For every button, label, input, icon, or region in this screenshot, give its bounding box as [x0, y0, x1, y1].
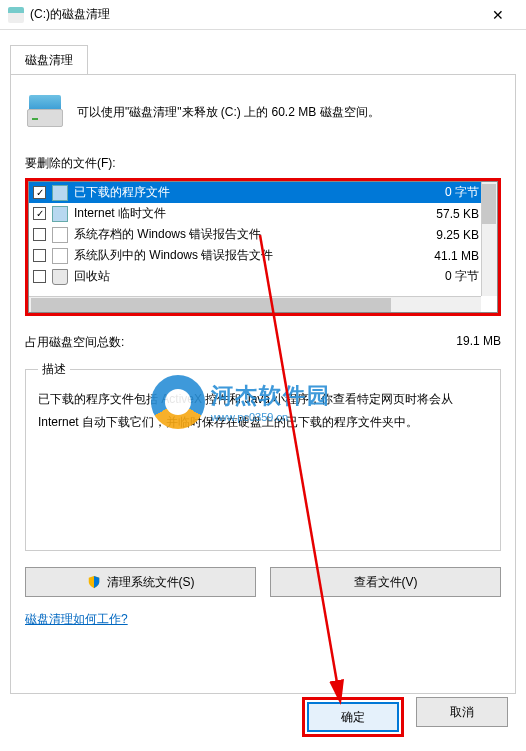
file-row[interactable]: 已下载的程序文件0 字节 [29, 182, 497, 203]
shield-icon [87, 575, 101, 589]
file-list-highlight: 已下载的程序文件0 字节Internet 临时文件57.5 KB系统存档的 Wi… [25, 178, 501, 316]
file-row[interactable]: 系统存档的 Windows 错误报告文件9.25 KB [29, 224, 497, 245]
ok-button[interactable]: 确定 [307, 702, 399, 732]
file-row[interactable]: Internet 临时文件57.5 KB [29, 203, 497, 224]
files-to-delete-label: 要删除的文件(F): [25, 155, 501, 172]
file-checkbox[interactable] [33, 228, 46, 241]
file-name: Internet 临时文件 [74, 205, 430, 222]
window-title: (C:)的磁盘清理 [30, 6, 478, 23]
scrollbar-vertical[interactable] [481, 182, 497, 296]
scrollbar-horizontal[interactable] [29, 296, 481, 312]
info-text: 可以使用"磁盘清理"来释放 (C:) 上的 60.2 MB 磁盘空间。 [77, 103, 380, 122]
drive-icon [25, 95, 65, 131]
description-legend: 描述 [38, 361, 70, 378]
file-list[interactable]: 已下载的程序文件0 字节Internet 临时文件57.5 KB系统存档的 Wi… [28, 181, 498, 313]
close-button[interactable]: ✕ [478, 1, 518, 29]
file-checkbox[interactable] [33, 270, 46, 283]
file-icon [52, 206, 68, 222]
title-bar: (C:)的磁盘清理 ✕ [0, 0, 526, 30]
file-checkbox[interactable] [33, 249, 46, 262]
drive-cleanup-icon [8, 7, 24, 23]
file-checkbox[interactable] [33, 207, 46, 220]
tab-strip: 磁盘清理 [10, 44, 516, 74]
file-icon [52, 185, 68, 201]
file-checkbox[interactable] [33, 186, 46, 199]
file-name: 系统队列中的 Windows 错误报告文件 [74, 247, 428, 264]
recycle-bin-icon [52, 269, 68, 285]
total-label: 占用磁盘空间总数: [25, 334, 456, 351]
tab-content: 可以使用"磁盘清理"来释放 (C:) 上的 60.2 MB 磁盘空间。 要删除的… [10, 74, 516, 694]
tab-disk-cleanup[interactable]: 磁盘清理 [10, 45, 88, 75]
view-files-button[interactable]: 查看文件(V) [270, 567, 501, 597]
total-value: 19.1 MB [456, 334, 501, 351]
file-name: 回收站 [74, 268, 439, 285]
file-row[interactable]: 系统队列中的 Windows 错误报告文件41.1 MB [29, 245, 497, 266]
ok-button-highlight: 确定 [302, 697, 404, 737]
clean-system-files-button[interactable]: 清理系统文件(S) [25, 567, 256, 597]
description-text: 已下载的程序文件包括 ActiveX 控件和 Java 小程序，你查看特定网页时… [38, 388, 488, 434]
file-icon [52, 248, 68, 264]
file-icon [52, 227, 68, 243]
file-name: 系统存档的 Windows 错误报告文件 [74, 226, 430, 243]
description-box: 描述 已下载的程序文件包括 ActiveX 控件和 Java 小程序，你查看特定… [25, 361, 501, 551]
file-row[interactable]: 回收站0 字节 [29, 266, 497, 287]
how-cleanup-works-link[interactable]: 磁盘清理如何工作? [25, 611, 128, 628]
file-name: 已下载的程序文件 [74, 184, 439, 201]
close-icon: ✕ [492, 7, 504, 23]
cancel-button[interactable]: 取消 [416, 697, 508, 727]
